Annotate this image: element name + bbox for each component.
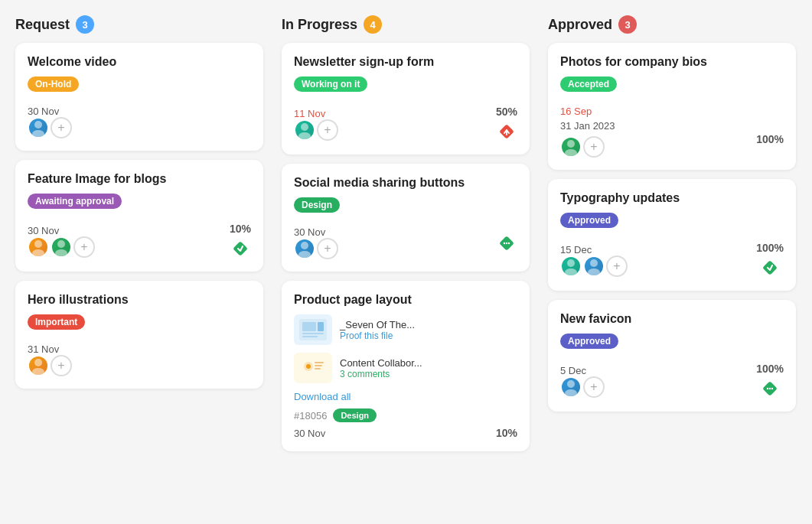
card-footer: 30 Nov + 10% [28,223,251,259]
avatars: + [560,376,605,398]
card-footer: 5 Dec + 100% [560,363,784,399]
avatar [560,255,582,277]
avatars: + [294,238,338,259]
svg-point-26 [306,364,311,369]
avatar [294,238,315,259]
file-thumbnail [294,314,332,345]
svg-point-13 [301,242,308,249]
column-approved: Approved 3 Photos for company bios Accep… [548,15,796,461]
card-percent: 100% [756,363,784,375]
tag-on-hold: On-Hold [28,76,79,92]
avatar [560,136,582,158]
card-welcome-video: Welcome video On-Hold 30 Nov + [15,43,263,151]
badge-in-progress: 4 [364,15,382,34]
avatars: + [28,355,72,376]
card-date: 11 Nov [294,108,338,119]
avatar [560,376,582,398]
avatars: + [560,255,628,277]
svg-point-14 [298,251,311,258]
avatar [294,119,315,141]
svg-rect-28 [315,365,322,366]
svg-point-18 [508,242,510,243]
svg-rect-24 [299,357,327,379]
add-avatar-button[interactable]: + [317,119,338,141]
card-title: Typography updates [560,191,784,205]
file-item: Content Collabor... 3 comments [294,353,517,383]
add-avatar-button[interactable]: + [606,255,628,277]
card-date: 30 Nov [294,428,325,439]
svg-rect-27 [315,362,324,363]
tag-working: Working on it [294,76,367,92]
card-title: New favicon [560,312,784,326]
card-title: Newsletter sign-up form [294,55,517,69]
badge-approved: 3 [618,15,637,34]
card-date: 31 Nov [28,343,72,355]
card-favicon: New favicon Approved 5 Dec + 100% [548,300,796,412]
task-id-row: #18056 Design [294,408,517,422]
card-percent: 10% [230,223,251,235]
svg-point-35 [588,269,600,275]
svg-point-41 [769,388,771,389]
card-footer: 15 Dec + 100% [560,242,784,278]
card-footer: 11 Nov + 50% [294,106,517,142]
card-date: 5 Dec [560,365,605,376]
svg-point-5 [55,249,67,256]
file-info: Content Collabor... 3 comments [340,357,422,379]
svg-rect-29 [315,368,321,369]
download-all-link[interactable]: Download all [294,391,517,402]
task-tag: Design [333,408,377,422]
avatars: + [294,119,338,141]
add-avatar-button[interactable]: + [51,117,72,138]
status-icon [230,238,251,259]
date-percent-row: 31 Jan 2023 + 100% [560,120,784,158]
svg-point-1 [32,130,44,137]
avatar [28,117,49,138]
comments-link[interactable]: 3 comments [340,369,422,379]
svg-point-2 [34,240,42,248]
avatars: + [28,117,72,138]
file-item: _Seven Of The... Proof this file [294,314,517,345]
kanban-board: Request 3 Welcome video On-Hold 30 Nov + [15,15,796,461]
tag-accepted: Accepted [560,76,617,92]
svg-rect-21 [302,333,324,334]
avatar [28,355,49,376]
status-icon [759,257,781,278]
card-title: Product page layout [294,293,517,307]
card-date: 31 Jan 2023 [560,120,615,132]
add-avatar-button[interactable]: + [317,238,338,259]
add-avatar-button[interactable]: + [51,355,72,376]
svg-rect-20 [302,322,316,331]
avatars: + [560,136,615,158]
task-id: #18056 [294,410,327,421]
svg-rect-36 [762,260,778,275]
svg-point-16 [504,242,505,243]
card-footer: 31 Nov + [28,343,251,376]
svg-rect-22 [302,336,318,337]
status-icon [496,233,517,254]
card-footer: 30 Nov 10% [294,427,517,439]
tag-awaiting: Awaiting approval [28,194,122,209]
svg-point-40 [767,388,768,389]
add-avatar-button[interactable]: + [73,236,95,258]
card-percent: 100% [756,133,784,145]
card-title: Hero illustrations [28,293,251,307]
add-avatar-button[interactable]: + [583,136,605,158]
proof-file-link[interactable]: Proof this file [340,330,415,341]
avatar [583,255,605,277]
column-title-approved: Approved [548,17,612,33]
svg-point-32 [567,259,575,267]
svg-point-37 [567,380,575,388]
card-footer: 30 Nov + [28,106,251,138]
add-avatar-button[interactable]: + [583,376,605,398]
column-in-progress: In Progress 4 Newsletter sign-up form Wo… [282,15,530,461]
avatar [51,236,72,258]
card-percent: 10% [496,427,517,439]
card-title: Welcome video [28,55,251,69]
card-footer: 16 Sep 31 Jan 2023 + 100% [560,106,784,158]
card-date: 30 Nov [28,106,72,117]
card-feature-image: Feature Image for blogs Awaiting approva… [15,160,263,272]
avatars: + [28,236,95,258]
column-header-in-progress: In Progress 4 [282,15,530,34]
svg-rect-6 [233,241,248,256]
card-percent: 100% [756,242,784,254]
